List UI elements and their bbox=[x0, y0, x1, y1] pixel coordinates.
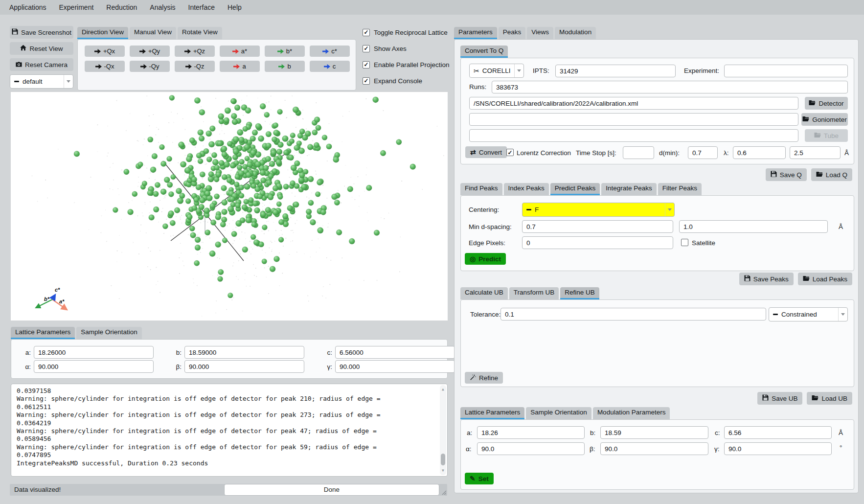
predict-button[interactable]: ◎ Predict bbox=[465, 253, 506, 265]
c-field[interactable] bbox=[335, 346, 455, 359]
tab-lattice-parameters[interactable]: Lattice Parameters bbox=[460, 407, 524, 419]
tab-modulation[interactable]: Modulation bbox=[555, 27, 596, 39]
load-peaks-button[interactable]: Load Peaks bbox=[798, 273, 852, 285]
calibration-file-field[interactable] bbox=[469, 97, 798, 110]
lorentz-checkbox[interactable] bbox=[506, 149, 514, 156]
tab-sample-orientation[interactable]: Sample Orientation bbox=[526, 407, 591, 419]
tab-modulation-parameters[interactable]: Modulation Parameters bbox=[593, 407, 670, 419]
a-field[interactable] bbox=[34, 346, 154, 359]
direction-button-minus-qz[interactable]: -Qz bbox=[175, 61, 215, 72]
gamma-field[interactable] bbox=[724, 442, 832, 455]
reset-view-button[interactable]: Reset View bbox=[10, 42, 73, 55]
dropdown-arrow[interactable] bbox=[665, 203, 674, 216]
dmin-field[interactable] bbox=[688, 146, 718, 159]
tab-find-peaks[interactable]: Find Peaks bbox=[460, 183, 502, 195]
console-output[interactable]: 0.0397158 Warning: sphere/cylinder for i… bbox=[11, 384, 448, 477]
tab-peaks[interactable]: Peaks bbox=[499, 27, 526, 39]
alpha-field[interactable] bbox=[477, 442, 585, 455]
load-q-button[interactable]: Load Q bbox=[811, 168, 852, 181]
tab-rotate-view[interactable]: Rotate View bbox=[178, 27, 222, 39]
menu-analysis[interactable]: Analysis bbox=[143, 0, 182, 15]
b-field[interactable] bbox=[600, 426, 708, 439]
tab-calculate-ub[interactable]: Calculate UB bbox=[460, 287, 508, 299]
checkbox[interactable] bbox=[363, 29, 370, 36]
save-q-button[interactable]: Save Q bbox=[766, 168, 807, 181]
checkbox[interactable] bbox=[363, 45, 370, 52]
ipts-field[interactable] bbox=[555, 65, 676, 77]
tab-transform-ub[interactable]: Transform UB bbox=[509, 287, 559, 299]
instrument-combobox[interactable]: ✂ CORELLI bbox=[469, 64, 524, 78]
tab-direction-view[interactable]: Direction View bbox=[77, 27, 128, 39]
menu-reduction[interactable]: Reduction bbox=[100, 0, 143, 15]
goniometer-file-field[interactable] bbox=[469, 113, 798, 126]
tab-predict-peaks[interactable]: Predict Peaks bbox=[550, 183, 600, 195]
tube-file-field[interactable] bbox=[469, 129, 798, 142]
tab-index-peaks[interactable]: Index Peaks bbox=[504, 183, 549, 195]
tab-convert-to-q[interactable]: Convert To Q bbox=[460, 46, 508, 58]
goniometer-button[interactable]: Goniometer bbox=[801, 113, 848, 126]
time-stop-field[interactable] bbox=[623, 146, 654, 159]
set-button[interactable]: ✎ Set bbox=[465, 473, 494, 484]
lambda-max-field[interactable] bbox=[790, 146, 841, 159]
option-parallel-projection[interactable]: Enable Parallel Projection bbox=[363, 60, 450, 69]
gamma-field[interactable] bbox=[335, 360, 455, 373]
satellite-checkbox[interactable] bbox=[681, 239, 688, 246]
edge-pixels-field[interactable] bbox=[522, 236, 673, 249]
detector-button[interactable]: Detector bbox=[805, 97, 848, 110]
tolerance-field[interactable] bbox=[500, 308, 766, 321]
direction-button-minus-qy[interactable]: -Qy bbox=[130, 61, 170, 72]
direction-button-b-star[interactable]: b* bbox=[265, 46, 305, 57]
alpha-field[interactable] bbox=[34, 360, 154, 373]
reset-camera-button[interactable]: Reset Camera bbox=[10, 58, 73, 71]
tab-refine-ub[interactable]: Refine UB bbox=[560, 287, 599, 299]
direction-button-c-star[interactable]: c* bbox=[310, 46, 350, 57]
menu-applications[interactable]: Applications bbox=[3, 0, 53, 15]
tab-lattice-parameters[interactable]: Lattice Parameters bbox=[11, 327, 75, 339]
menu-interface[interactable]: Interface bbox=[182, 0, 221, 15]
direction-button-a[interactable]: a bbox=[220, 61, 260, 72]
save-screenshot-button[interactable]: Save Screenshot bbox=[10, 26, 73, 39]
menu-experiment[interactable]: Experiment bbox=[53, 0, 100, 15]
3d-peaks-viewport[interactable]: b* c* a* bbox=[11, 92, 448, 321]
lambda-min-field[interactable] bbox=[733, 146, 786, 159]
option-toggle-reciprocal-lattice[interactable]: Toggle Reciprocal Lattice bbox=[363, 27, 450, 37]
b-field[interactable] bbox=[184, 346, 304, 359]
load-ub-button[interactable]: Load UB bbox=[807, 392, 852, 405]
option-show-axes[interactable]: Show Axes bbox=[363, 44, 450, 53]
direction-button-b[interactable]: b bbox=[265, 61, 305, 72]
convert-button[interactable]: ⇄ Convert bbox=[465, 146, 507, 158]
a-field[interactable] bbox=[477, 426, 585, 439]
tab-filter-peaks[interactable]: Filter Peaks bbox=[658, 183, 702, 195]
tab-views[interactable]: Views bbox=[527, 27, 553, 39]
direction-button-plus-qz[interactable]: +Qz bbox=[175, 46, 215, 57]
c-field[interactable] bbox=[724, 426, 832, 439]
checkbox[interactable] bbox=[363, 77, 370, 85]
scroll-down-icon[interactable]: ▼ bbox=[440, 467, 446, 475]
dropdown-arrow[interactable] bbox=[64, 75, 73, 88]
save-ub-button[interactable]: Save UB bbox=[757, 392, 802, 405]
dropdown-arrow[interactable] bbox=[838, 308, 847, 321]
tab-parameters[interactable]: Parameters bbox=[454, 27, 497, 39]
save-peaks-button[interactable]: Save Peaks bbox=[739, 273, 794, 285]
direction-button-a-star[interactable]: a* bbox=[220, 46, 260, 57]
beta-field[interactable] bbox=[600, 442, 708, 455]
tab-integrate-peaks[interactable]: Integrate Peaks bbox=[601, 183, 657, 195]
console-scrollbar[interactable]: ▲ ▼ bbox=[440, 385, 446, 475]
direction-button-plus-qx[interactable]: +Qx bbox=[85, 46, 125, 57]
option-expand-console[interactable]: Expand Console bbox=[363, 76, 450, 86]
preset-combobox[interactable]: default bbox=[10, 74, 73, 89]
max-d-spacing-field[interactable] bbox=[679, 220, 828, 233]
dropdown-arrow[interactable] bbox=[514, 64, 523, 77]
min-d-spacing-field[interactable] bbox=[522, 220, 673, 233]
constraint-combobox[interactable]: Constrained bbox=[769, 307, 848, 321]
checkbox[interactable] bbox=[363, 61, 370, 69]
runs-field[interactable] bbox=[492, 81, 848, 93]
direction-button-c[interactable]: c bbox=[310, 61, 350, 72]
menu-help[interactable]: Help bbox=[221, 0, 248, 15]
tab-sample-orientation[interactable]: Sample Orientation bbox=[76, 327, 142, 339]
beta-field[interactable] bbox=[184, 360, 304, 373]
direction-button-plus-qy[interactable]: +Qy bbox=[130, 46, 170, 57]
tab-manual-view[interactable]: Manual View bbox=[130, 27, 176, 39]
scrollbar-thumb[interactable] bbox=[441, 454, 445, 465]
direction-button-minus-qx[interactable]: -Qx bbox=[85, 61, 125, 72]
